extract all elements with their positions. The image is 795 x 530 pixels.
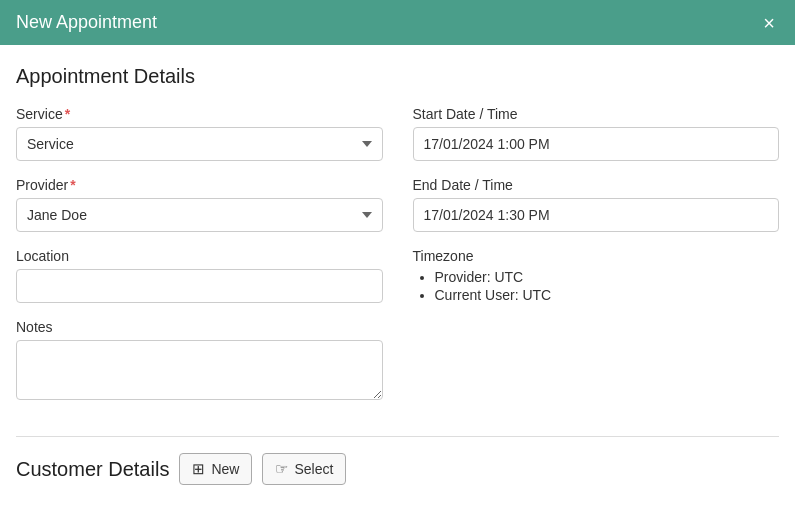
start-date-field-group: Start Date / Time <box>413 106 780 161</box>
service-required-indicator: * <box>65 106 70 122</box>
service-field-group: Service * Service <box>16 106 383 161</box>
new-customer-button[interactable]: ⊞ New <box>179 453 252 485</box>
form-right-column: Start Date / Time End Date / Time Timezo… <box>413 106 780 420</box>
notes-field-group: Notes <box>16 319 383 404</box>
new-button-label: New <box>211 461 239 477</box>
timezone-field-group: Timezone Provider: UTC Current User: UTC <box>413 248 780 303</box>
provider-field-group: Provider * Jane Doe <box>16 177 383 232</box>
customer-details-section: Customer Details ⊞ New ☞ Select <box>16 453 779 485</box>
start-date-input[interactable] <box>413 127 780 161</box>
appointment-form-grid: Service * Service Provider * Jane Doe <box>16 106 779 420</box>
select-customer-button[interactable]: ☞ Select <box>262 453 346 485</box>
start-date-label: Start Date / Time <box>413 106 780 122</box>
select-icon: ☞ <box>275 460 288 478</box>
new-icon: ⊞ <box>192 460 205 478</box>
timezone-provider: Provider: UTC <box>435 269 780 285</box>
form-left-column: Service * Service Provider * Jane Doe <box>16 106 383 420</box>
timezone-info: Provider: UTC Current User: UTC <box>413 269 780 303</box>
service-select[interactable]: Service <box>16 127 383 161</box>
select-button-label: Select <box>294 461 333 477</box>
provider-select[interactable]: Jane Doe <box>16 198 383 232</box>
notes-textarea[interactable] <box>16 340 383 400</box>
notes-label: Notes <box>16 319 383 335</box>
modal-body: Appointment Details Service * Service <box>0 45 795 530</box>
location-label: Location <box>16 248 383 264</box>
section-divider <box>16 436 779 437</box>
modal-title: New Appointment <box>16 12 157 33</box>
provider-label: Provider * <box>16 177 383 193</box>
customer-details-title: Customer Details <box>16 458 169 481</box>
new-appointment-modal: New Appointment × Appointment Details Se… <box>0 0 795 530</box>
location-field-group: Location <box>16 248 383 303</box>
appointment-details-title: Appointment Details <box>16 65 779 88</box>
close-button[interactable]: × <box>759 13 779 33</box>
end-date-label: End Date / Time <box>413 177 780 193</box>
service-label: Service * <box>16 106 383 122</box>
location-input[interactable] <box>16 269 383 303</box>
timezone-current-user: Current User: UTC <box>435 287 780 303</box>
end-date-input[interactable] <box>413 198 780 232</box>
modal-header: New Appointment × <box>0 0 795 45</box>
provider-required-indicator: * <box>70 177 75 193</box>
timezone-label: Timezone <box>413 248 780 264</box>
end-date-field-group: End Date / Time <box>413 177 780 232</box>
